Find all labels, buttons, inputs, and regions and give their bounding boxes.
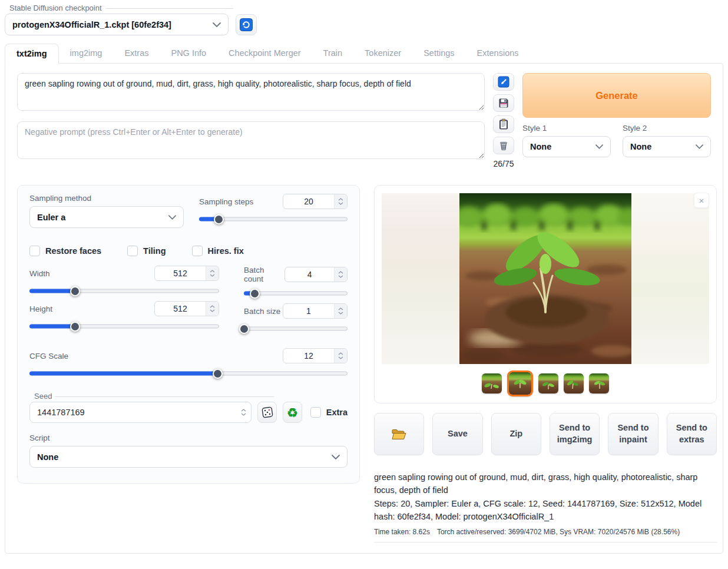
checkpoint-select[interactable]: protogenX34OfficialR_1.ckpt [60fe2f34] [5, 14, 229, 35]
chevron-down-icon [168, 215, 176, 220]
stepper-arrows[interactable] [206, 266, 219, 280]
stepper-arrows[interactable] [334, 304, 347, 318]
floppy-disk-icon [498, 97, 509, 109]
gallery-thumbnail-1[interactable] [482, 373, 502, 393]
cfg-scale-slider[interactable] [29, 368, 348, 379]
gallery-thumbnail-5[interactable] [589, 373, 609, 393]
batch-count-input[interactable]: 4 [284, 267, 348, 282]
stepper-arrows[interactable] [236, 402, 251, 422]
gallery-thumbnail-3[interactable] [538, 373, 558, 393]
checkbox-box[interactable] [310, 407, 321, 418]
script-select[interactable]: None [29, 446, 348, 468]
generate-button[interactable]: Generate [522, 73, 711, 118]
tab-txt2img[interactable]: txt2img [5, 44, 59, 64]
info-params-text: Steps: 20, Sampler: Euler a, CFG scale: … [374, 497, 717, 524]
tab-tokenizer[interactable]: Tokenizer [353, 44, 412, 64]
checkbox-box[interactable] [192, 246, 203, 256]
recycle-icon: ♻ [287, 406, 298, 419]
tab-train[interactable]: Train [312, 44, 354, 64]
refresh-checkpoint-button[interactable] [236, 14, 257, 35]
extra-seed-checkbox[interactable]: Extra [310, 407, 348, 418]
close-icon: × [699, 196, 704, 206]
checkpoint-label: Stable Diffusion checkpoint [5, 4, 105, 12]
seed-label: Seed [29, 392, 55, 401]
reuse-seed-button[interactable]: ♻ [283, 402, 302, 423]
cfg-scale-input[interactable]: 12 [283, 348, 348, 363]
stepper-arrows[interactable] [334, 194, 347, 209]
seed-input[interactable]: 1441787169 [29, 402, 252, 423]
checkpoint-value: protogenX34OfficialR_1.ckpt [60fe2f34] [12, 20, 171, 29]
negative-prompt-input[interactable] [17, 121, 485, 159]
chevron-down-icon [332, 455, 340, 459]
style2-label: Style 2 [623, 124, 711, 133]
generation-settings-panel: Sampling method Euler a Sampling steps 2… [17, 185, 360, 484]
stepper-arrows[interactable] [334, 349, 347, 363]
prompt-input[interactable]: green sapling rowing out of ground, mud,… [17, 73, 485, 111]
tab-img2img[interactable]: img2img [59, 44, 114, 64]
trash-icon [498, 140, 509, 151]
checkbox-box[interactable] [29, 246, 40, 256]
gallery-thumbnail-4[interactable] [564, 373, 584, 393]
tiling-checkbox[interactable]: Tiling [127, 246, 166, 256]
random-seed-button[interactable] [257, 402, 277, 423]
folder-icon [391, 428, 407, 441]
tab-settings[interactable]: Settings [412, 44, 465, 64]
checkpoint-bar: Stable Diffusion checkpoint protogenX34O… [0, 0, 728, 35]
sampling-method-select[interactable]: Euler a [29, 206, 184, 228]
refresh-icon [240, 18, 253, 31]
output-panel: × [374, 185, 717, 542]
style1-label: Style 1 [522, 124, 611, 133]
checkbox-box[interactable] [127, 246, 138, 256]
tab-extensions[interactable]: Extensions [466, 44, 530, 64]
stepper-arrows[interactable] [334, 267, 347, 282]
height-slider[interactable] [29, 321, 219, 332]
sampling-steps-input[interactable]: 20 [283, 194, 348, 209]
batch-size-slider[interactable] [244, 323, 348, 334]
height-input[interactable]: 512 [154, 301, 219, 316]
clipboard-icon [498, 118, 509, 130]
stepper-arrows[interactable] [206, 302, 219, 316]
clear-prompt-button[interactable] [493, 137, 514, 154]
sampling-steps-slider[interactable] [199, 214, 348, 224]
batch-count-slider[interactable] [244, 288, 348, 299]
width-input[interactable]: 512 [154, 266, 219, 281]
send-to-extras-button[interactable]: Send to extras [667, 413, 717, 455]
checkpoint-label-row: Stable Diffusion checkpoint [5, 4, 233, 12]
save-button[interactable]: Save [432, 413, 482, 455]
slider-handle[interactable] [70, 286, 80, 296]
tab-png-info[interactable]: PNG Info [160, 44, 217, 64]
open-folder-button[interactable] [374, 413, 424, 455]
slider-handle[interactable] [239, 324, 249, 334]
txt2img-panel: green sapling rowing out of ground, mud,… [5, 63, 723, 554]
tab-checkpoint-merger[interactable]: Checkpoint Merger [217, 44, 312, 64]
token-counter: 26/75 [493, 159, 514, 168]
sampling-method-label: Sampling method [29, 194, 184, 203]
gallery-thumbnail-2-selected[interactable] [507, 370, 533, 396]
apply-style-button[interactable] [493, 115, 514, 133]
slider-handle[interactable] [214, 214, 224, 224]
width-slider[interactable] [29, 286, 219, 296]
sampling-steps-label: Sampling steps [199, 197, 253, 206]
paste-generation-params-button[interactable] [493, 73, 514, 91]
slider-handle[interactable] [213, 369, 223, 379]
chevron-down-icon [213, 22, 221, 27]
gallery-left-blur [382, 193, 459, 364]
send-to-inpaint-button[interactable]: Send to inpaint [608, 413, 658, 455]
info-prompt-text: green sapling rowing out of ground, mud,… [374, 471, 717, 497]
generation-info: green sapling rowing out of ground, mud,… [374, 471, 717, 542]
hires-fix-checkbox[interactable]: Hires. fix [192, 246, 244, 256]
restore-faces-checkbox[interactable]: Restore faces [29, 246, 101, 256]
tab-extras[interactable]: Extras [113, 44, 160, 64]
info-performance-text: Time taken: 8.62sTorch active/reserved: … [374, 528, 717, 536]
send-to-img2img-button[interactable]: Send to img2img [550, 413, 600, 455]
style2-select[interactable]: None [623, 136, 711, 157]
zip-button[interactable]: Zip [491, 413, 541, 455]
generated-image-sapling[interactable] [459, 193, 631, 364]
slider-handle[interactable] [70, 322, 80, 332]
save-style-button[interactable] [493, 94, 514, 112]
batch-size-input[interactable]: 1 [283, 303, 348, 319]
close-gallery-button[interactable]: × [694, 193, 709, 208]
cfg-scale-label: CFG Scale [29, 352, 68, 360]
style1-select[interactable]: None [522, 136, 611, 157]
slider-handle[interactable] [250, 289, 260, 299]
